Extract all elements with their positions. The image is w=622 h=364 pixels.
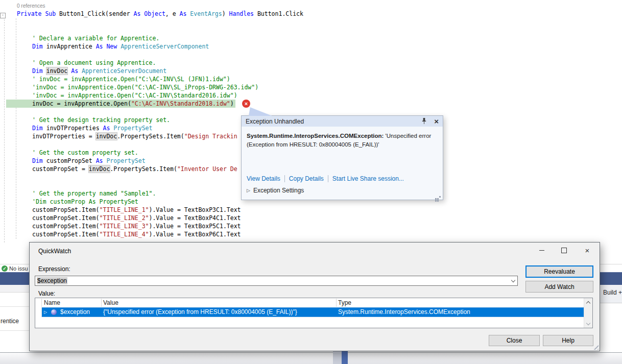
maximize-icon (561, 248, 567, 253)
expression-label: Expression: (38, 265, 70, 273)
vertical-scrollbar[interactable] (584, 298, 592, 328)
code-line[interactable]: customPropSet.Item("TITLE_LINE_2").Value… (32, 214, 241, 222)
indent-guide (16, 18, 16, 239)
watch-table: Name Value Type ▷$exception{"Unspecified… (35, 298, 593, 328)
pin-icon[interactable] (421, 117, 427, 125)
column-divider (41, 299, 42, 307)
chevron-right-icon: ▷ (247, 188, 250, 193)
build-filter-label[interactable]: Build + (603, 289, 622, 296)
code-line[interactable]: ' Get the property named "Sample1". (32, 189, 156, 198)
exception-settings-expander[interactable]: ▷ Exception Settings (247, 187, 304, 194)
maximize-button[interactable] (556, 245, 571, 255)
scrollbar-up-button[interactable] (584, 298, 592, 306)
table-row[interactable]: ▷$exception{"Unspecified error (Exceptio… (35, 307, 584, 317)
outline-guide (4, 19, 5, 242)
dialog-title: QuickWatch (38, 248, 71, 255)
code-line[interactable]: Dim customPropSet As PropertySet (32, 157, 146, 165)
row-divider (0, 330, 29, 331)
code-line[interactable]: customPropSet.Item("TITLE_LINE_1").Value… (32, 206, 241, 214)
code-line[interactable]: 'Dim customProp As PropertySet (32, 198, 138, 206)
fold-collapse-button[interactable]: - (0, 13, 6, 18)
code-line[interactable]: 'invDoc = invApprentice.Open("C:\AC-INV\… (32, 91, 237, 100)
code-line[interactable]: customPropSet = invDoc.PropertySets.Item… (32, 165, 237, 173)
chevron-right-icon[interactable]: ▷ (44, 307, 47, 317)
minimize-icon (539, 250, 544, 251)
code-line[interactable]: customPropSet.Item("TITLE_LINE_3").Value… (32, 222, 241, 230)
exception-type: System.Runtime.InteropServices.COMExcept… (247, 133, 384, 139)
cell-name: $exception (60, 307, 90, 317)
close-icon[interactable]: × (434, 117, 439, 125)
watch-table-header: Name Value Type (35, 298, 584, 308)
chevron-up-icon (586, 301, 590, 305)
resize-grip[interactable] (439, 196, 441, 198)
column-divider[interactable] (101, 299, 102, 307)
copy-details-link[interactable]: Copy Details (289, 175, 324, 182)
code-line[interactable]: Dim invDoc As ApprenticeServerDocument (32, 67, 166, 75)
code-line[interactable]: Private Sub Button1_Click(sender As Obje… (17, 10, 303, 18)
reevaluate-button[interactable]: Reevaluate (525, 265, 593, 278)
cell-type: System.Runtime.InteropServices.COMExcept… (338, 307, 470, 317)
code-line[interactable]: Dim invApprentice As New ApprenticeServe… (32, 42, 209, 51)
cell-value: {"Unspecified error (Exception from HRES… (103, 307, 297, 317)
exception-settings-label: Exception Settings (253, 187, 304, 194)
code-line[interactable]: ' Get the design tracking property set. (32, 116, 170, 124)
exception-popup-links: View Details Copy Details Start Live Sha… (247, 175, 404, 182)
codelens-references[interactable]: 0 references (17, 3, 45, 9)
value-label: Value: (38, 290, 55, 297)
exception-message-part2: (Exception from HRESULT: 0x80004005 (E_F… (247, 140, 440, 149)
check-circle-icon: ✓ (2, 265, 8, 272)
column-divider[interactable] (336, 299, 337, 307)
view-details-link[interactable]: View Details (247, 175, 280, 182)
expression-value[interactable]: $exception (37, 277, 67, 284)
exception-message: System.Runtime.InteropServices.COMExcept… (247, 132, 440, 149)
exception-error-icon[interactable]: × (242, 100, 250, 108)
chevron-down-icon (586, 321, 590, 325)
no-issues-status: No issu (9, 265, 28, 272)
code-line[interactable]: invDTProperties = invDoc.PropertySets.It… (32, 132, 237, 140)
minimize-button[interactable] (534, 245, 549, 255)
exception-object-icon (51, 309, 57, 315)
bottom-strip (0, 353, 622, 364)
column-header-type[interactable]: Type (338, 299, 351, 306)
code-line[interactable]: ' invDoc = invApprentice.Open("C:\AC-INV… (32, 75, 230, 83)
add-watch-button[interactable]: Add Watch (525, 281, 593, 293)
row-gutter (35, 307, 42, 317)
row-divider (0, 306, 29, 307)
expression-combobox[interactable]: $exception (35, 276, 518, 286)
live-share-link[interactable]: Start Live Share session... (332, 175, 404, 182)
code-line[interactable]: Dim invDTProperties As PropertySet (32, 124, 152, 132)
link-divider (328, 175, 328, 182)
exception-popup-title: Exception Unhandled (246, 118, 304, 125)
link-divider (284, 175, 285, 182)
close-button[interactable]: Close (489, 335, 540, 346)
code-line[interactable]: ' Open a document using Apprentice. (32, 59, 156, 67)
column-header-name[interactable]: Name (44, 299, 60, 306)
dropdown-button[interactable] (509, 276, 517, 285)
toolwindow-strip (0, 285, 29, 293)
code-line-current-statement[interactable]: invDoc = invApprentice.Open("C:\AC-INV\S… (6, 100, 235, 108)
exception-message-part1: 'Unspecified error (386, 133, 432, 139)
code-line[interactable]: customPropSet.Item("TITLE_LINE_4").Value… (32, 230, 241, 238)
close-window-button[interactable]: × (580, 245, 595, 255)
column-header-value[interactable]: Value (103, 299, 118, 306)
close-icon: × (585, 247, 590, 254)
quickwatch-dialog: QuickWatch × Expression: $exception Reev… (29, 242, 600, 351)
code-line[interactable]: ' Get the custom property set. (32, 149, 138, 157)
exception-popup-titlebar: Exception Unhandled × (242, 116, 443, 127)
code-line[interactable]: 'invDoc = invApprentice.Open("C:\AC-INV\… (32, 83, 258, 91)
chevron-down-icon (511, 278, 515, 282)
exception-popup: Exception Unhandled × System.Runtime.Int… (241, 115, 443, 200)
scrollbar-down-button[interactable] (584, 320, 592, 328)
horizontal-scrollbar-thumb[interactable] (342, 350, 348, 364)
help-button[interactable]: Help (543, 335, 593, 346)
clipped-watch-text: rentice (1, 318, 19, 325)
vs-ide-screen: - 0 references Private Sub Button1_Click… (0, 0, 622, 364)
code-line[interactable]: ' Declare a variable for Apprentice. (32, 34, 159, 42)
